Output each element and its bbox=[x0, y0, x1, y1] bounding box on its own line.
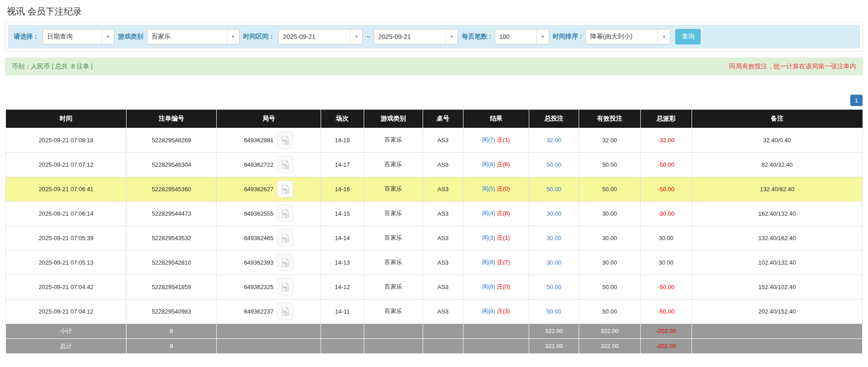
result-player: 闲(8) bbox=[482, 259, 495, 266]
column-header-time: 时间 bbox=[6, 110, 127, 128]
column-header-payout: 总派彩 bbox=[640, 110, 692, 128]
game-type-cell: 百家乐 bbox=[364, 226, 423, 250]
round-cell: 649362722 bbox=[216, 152, 321, 177]
session-cell: 14-16 bbox=[321, 177, 364, 201]
game-type-cell: 百家乐 bbox=[364, 250, 423, 275]
valid-bet-cell: 50.00 bbox=[579, 177, 640, 201]
remark-cell: 132.40/162.40 bbox=[692, 226, 863, 250]
game-type-value: 百家乐 bbox=[147, 29, 227, 44]
game-type-cell: 百家乐 bbox=[364, 128, 423, 152]
round-cell: 649362393 bbox=[216, 250, 321, 275]
video-replay-button[interactable] bbox=[277, 229, 293, 246]
video-file-icon bbox=[281, 160, 289, 169]
table-row[interactable]: 2025-09-21 07:04:12522829540983649362237… bbox=[6, 299, 863, 324]
bet-id-cell: 522829541859 bbox=[127, 275, 216, 299]
date-to-picker[interactable]: 2025-09-21 ▼ bbox=[374, 29, 458, 44]
remark-cell: 202.40/152.40 bbox=[692, 299, 863, 324]
payout-cell: -32.00 bbox=[640, 128, 692, 152]
total-bet-cell: 30.00 bbox=[529, 226, 579, 250]
payout-cell: -50.00 bbox=[640, 152, 692, 177]
chevron-down-icon[interactable]: ▼ bbox=[350, 29, 362, 44]
result-banker: 庄(7) bbox=[497, 259, 510, 266]
pagination: 1 bbox=[5, 95, 863, 106]
column-header-bet-id: 注单编号 bbox=[127, 110, 216, 128]
column-header-valid-bet: 有效投注 bbox=[579, 110, 640, 128]
per-page-select[interactable]: 100 ▼ bbox=[495, 29, 549, 44]
chevron-down-icon[interactable]: ▼ bbox=[227, 29, 239, 44]
time-cell: 2025-09-21 07:05:13 bbox=[6, 250, 127, 275]
table-no-cell: AS3 bbox=[423, 152, 463, 177]
result-player: 闲(8) bbox=[482, 308, 495, 314]
remark-cell: 152.40/102.40 bbox=[692, 275, 863, 299]
table-no-cell: AS3 bbox=[423, 201, 463, 226]
chevron-down-icon[interactable]: ▼ bbox=[536, 29, 549, 44]
per-page-value: 100 bbox=[495, 29, 536, 44]
video-replay-button[interactable] bbox=[277, 131, 293, 149]
summary-bar: 币别：人民币 | 总共 :8 注单 | 同局有效投注，统一计算在该局第一张注单内 bbox=[5, 58, 863, 76]
table-row[interactable]: 2025-09-21 07:06:14522829544473649362555… bbox=[6, 201, 863, 226]
subtotal-row: 小计 8 322.00 322.00 -202.00 bbox=[6, 324, 863, 338]
result-player: 闲(3) bbox=[482, 234, 495, 241]
table-row[interactable]: 2025-09-21 07:07:12522829546304649362722… bbox=[6, 152, 863, 177]
game-type-cell: 百家乐 bbox=[364, 201, 423, 226]
round-id: 649362881 bbox=[244, 137, 273, 144]
session-cell: 14-15 bbox=[321, 201, 364, 226]
result-banker: 庄(0) bbox=[497, 185, 510, 192]
video-file-icon bbox=[281, 184, 289, 194]
video-file-icon bbox=[281, 282, 289, 292]
subtotal-payout: -202.00 bbox=[640, 324, 692, 338]
table-row[interactable]: 2025-09-21 07:06:41522829545360649362627… bbox=[6, 177, 863, 201]
table-no-cell: AS3 bbox=[423, 177, 463, 201]
session-cell: 14-14 bbox=[321, 226, 364, 250]
game-type-select[interactable]: 百家乐 ▼ bbox=[147, 29, 239, 44]
table-row[interactable]: 2025-09-21 07:08:18522829548269649362881… bbox=[6, 128, 863, 152]
bet-id-cell: 522829540983 bbox=[127, 299, 216, 324]
payout-cell: -50.00 bbox=[640, 299, 692, 324]
result-banker: 庄(0) bbox=[497, 283, 510, 290]
column-header-result: 结果 bbox=[463, 110, 529, 128]
result-player: 闲(8) bbox=[482, 283, 495, 290]
video-replay-button[interactable] bbox=[277, 254, 293, 271]
round-id: 649362627 bbox=[244, 186, 273, 193]
video-replay-button[interactable] bbox=[277, 180, 293, 198]
chevron-down-icon[interactable]: ▼ bbox=[658, 29, 670, 44]
video-replay-button[interactable] bbox=[277, 156, 293, 173]
search-button[interactable]: 查询 bbox=[675, 29, 701, 44]
time-range-label: 时间区间： bbox=[243, 33, 275, 41]
page-button-1[interactable]: 1 bbox=[850, 95, 863, 106]
sort-order-select[interactable]: 降幂(由大到小) ▼ bbox=[585, 29, 670, 44]
video-file-icon bbox=[281, 209, 289, 218]
date-from-picker[interactable]: 2025-09-21 ▼ bbox=[278, 29, 363, 44]
video-file-icon bbox=[281, 307, 289, 316]
result-cell: 闲(7) 庄(1) bbox=[463, 128, 529, 152]
bet-id-cell: 522829544473 bbox=[127, 201, 216, 226]
chevron-down-icon[interactable]: ▼ bbox=[445, 29, 458, 44]
table-row[interactable]: 2025-09-21 07:05:13522829542810649362393… bbox=[6, 250, 863, 275]
round-cell: 649362555 bbox=[216, 201, 321, 226]
video-replay-button[interactable] bbox=[277, 278, 293, 295]
time-cell: 2025-09-21 07:04:42 bbox=[6, 275, 127, 299]
result-cell: 闲(8) 庄(7) bbox=[463, 250, 529, 275]
total-bet-cell: 32.00 bbox=[529, 128, 579, 152]
total-bet-cell: 30.00 bbox=[529, 250, 579, 275]
column-header-table-no: 桌号 bbox=[423, 110, 463, 128]
total-valid-bet: 322.00 bbox=[579, 338, 640, 353]
column-header-round: 局号 bbox=[216, 110, 321, 128]
table-row[interactable]: 2025-09-21 07:04:42522829541859649362325… bbox=[6, 275, 863, 299]
result-banker: 庄(1) bbox=[497, 136, 510, 143]
table-row[interactable]: 2025-09-21 07:05:39522829543532649362465… bbox=[6, 226, 863, 250]
video-replay-button[interactable] bbox=[277, 205, 293, 222]
column-header-session: 场次 bbox=[321, 110, 364, 128]
round-id: 649362555 bbox=[244, 210, 273, 217]
table-no-cell: AS3 bbox=[423, 128, 463, 152]
video-replay-button[interactable] bbox=[277, 303, 293, 320]
column-header-game: 游戏类别 bbox=[364, 110, 423, 128]
valid-bet-cell: 30.00 bbox=[579, 201, 640, 226]
query-type-select[interactable]: 日期查询 ▼ bbox=[43, 29, 114, 44]
range-tilde: ~ bbox=[366, 33, 370, 40]
column-header-total-bet: 总投注 bbox=[529, 110, 579, 128]
chevron-down-icon[interactable]: ▼ bbox=[102, 29, 114, 44]
total-bet-cell: 50.00 bbox=[529, 152, 579, 177]
valid-bet-cell: 30.00 bbox=[579, 250, 640, 275]
result-cell: 闲(8) 庄(6) bbox=[463, 152, 529, 177]
